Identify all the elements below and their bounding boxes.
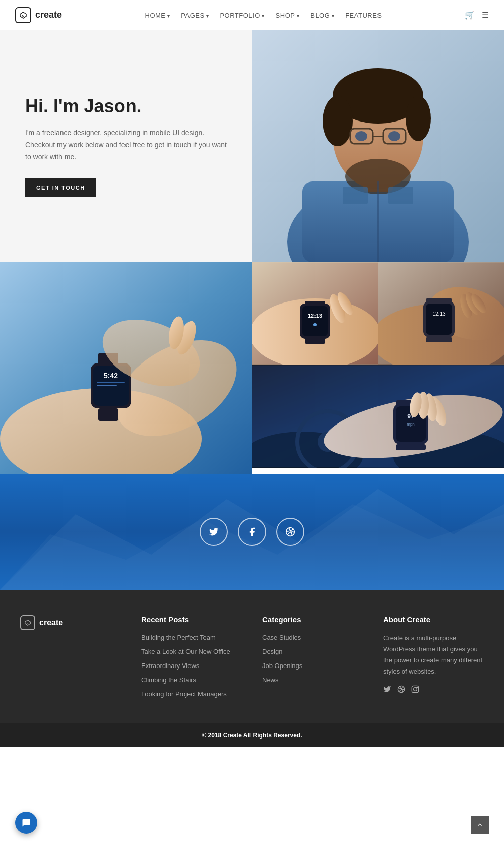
svg-rect-47 [426, 298, 452, 304]
nav-icons: 🛒 ☰ [465, 10, 489, 20]
footer-categories: Categories Case Studies Design Job Openi… [262, 615, 363, 703]
footer-recent-posts: Recent Posts Building the Perfect Team T… [141, 615, 242, 703]
list-item: Case Studies [262, 633, 363, 642]
categories-list: Case Studies Design Job Openings News [262, 633, 363, 684]
list-item: Extraordinary Views [141, 661, 242, 670]
nav-pages[interactable]: PAGES [181, 11, 209, 20]
svg-rect-45 [426, 304, 452, 335]
footer-social-icons [383, 685, 484, 695]
menu-icon[interactable]: ☰ [482, 10, 489, 20]
hero-heading: Hi. I'm Jason. [25, 96, 227, 117]
post-link-4[interactable]: Climbing the Stairs [141, 676, 196, 684]
footer-instagram-icon[interactable] [411, 685, 419, 695]
list-item: Looking for Project Managers [141, 689, 242, 698]
hero-photo [252, 30, 504, 262]
copyright-suffix: All Rights Reserved. [242, 732, 302, 739]
hero-section: Hi. I'm Jason. I'm a freelance designer,… [0, 30, 504, 262]
footer: c create Recent Posts Building the Perfe… [0, 590, 504, 747]
svg-rect-25 [97, 385, 117, 386]
nav-home[interactable]: HOME [145, 11, 170, 20]
nav-features[interactable]: FEATURES [345, 11, 382, 20]
logo-text: create [35, 10, 62, 20]
list-item: Design [262, 647, 363, 656]
dribbble-button[interactable] [276, 518, 304, 546]
post-link-3[interactable]: Extraordinary Views [141, 662, 199, 670]
cat-link-4[interactable]: News [262, 676, 279, 684]
footer-logo-icon: c [20, 615, 35, 630]
list-item: News [262, 675, 363, 684]
portfolio-main-image[interactable]: 5:42 [0, 262, 252, 474]
nav-portfolio[interactable]: PORTFOLIO [220, 11, 264, 20]
footer-copyright: © 2018 Create All Rights Reserved. [0, 723, 504, 747]
nav-links: HOME PAGES PORTFOLIO SHOP BLOG FEATURES [145, 11, 382, 20]
svg-rect-64 [252, 366, 504, 467]
facebook-button[interactable] [238, 518, 266, 546]
svg-rect-37 [305, 301, 325, 306]
svg-point-36 [313, 323, 317, 326]
list-item: Take a Look at Our New Office [141, 647, 242, 656]
svg-rect-48 [426, 337, 452, 342]
svg-point-13 [355, 131, 367, 141]
nav-blog[interactable]: BLOG [310, 11, 334, 20]
footer-dribbble-icon[interactable] [397, 685, 405, 695]
svg-rect-27 [98, 408, 118, 421]
watch-main-svg: 5:42 [0, 262, 252, 474]
recent-posts-list: Building the Perfect Team Take a Look at… [141, 633, 242, 698]
hero-text-panel: Hi. I'm Jason. I'm a freelance designer,… [0, 30, 252, 262]
svg-point-14 [388, 131, 400, 141]
svg-rect-24 [97, 382, 125, 383]
about-text: Create is a multi-purpose WordPress them… [383, 633, 484, 677]
footer-twitter-icon[interactable] [383, 685, 391, 695]
copyright-text: © 2018 [202, 732, 223, 739]
social-section [0, 474, 504, 590]
svg-rect-34 [302, 306, 328, 336]
site-logo[interactable]: c create [15, 7, 62, 23]
post-link-5[interactable]: Looking for Project Managers [141, 690, 227, 698]
list-item: Climbing the Stairs [141, 675, 242, 684]
svg-point-7 [323, 96, 353, 146]
nav-shop[interactable]: SHOP [276, 11, 300, 20]
footer-logo-col: c create [20, 615, 121, 703]
categories-heading: Categories [262, 615, 363, 624]
cat-link-3[interactable]: Job Openings [262, 662, 302, 670]
svg-text:c: c [22, 13, 25, 18]
post-link-2[interactable]: Take a Look at Our New Office [141, 648, 230, 655]
list-item: Building the Perfect Team [141, 633, 242, 642]
social-icons-group [200, 518, 304, 546]
footer-logo-text: create [39, 618, 63, 627]
footer-about: About Create Create is a multi-purpose W… [383, 615, 484, 703]
svg-rect-17 [388, 187, 413, 204]
get-in-touch-button[interactable]: GET IN TOUCH [25, 178, 96, 197]
portfolio-cell-bottom[interactable]: 97 mph [252, 365, 504, 468]
svg-point-8 [406, 96, 431, 141]
svg-text:12:13: 12:13 [308, 313, 322, 319]
footer-grid: c create Recent Posts Building the Perfe… [20, 615, 484, 703]
cat-link-1[interactable]: Case Studies [262, 634, 301, 641]
portfolio-cell-top-right[interactable]: 12:13 [378, 262, 504, 365]
twitter-button[interactable] [200, 518, 228, 546]
navbar: c create HOME PAGES PORTFOLIO SHOP BLOG … [0, 0, 504, 30]
hero-description: I'm a freelance designer, specializing i… [25, 127, 227, 163]
cat-link-2[interactable]: Design [262, 648, 282, 655]
svg-text:c: c [27, 621, 29, 625]
svg-point-75 [414, 688, 417, 691]
post-link-1[interactable]: Building the Perfect Team [141, 634, 216, 641]
logo-icon: c [15, 7, 31, 23]
hero-image [252, 30, 504, 262]
portfolio-cell-top-left[interactable]: 12:13 [252, 262, 378, 365]
svg-rect-38 [305, 339, 325, 344]
about-heading: About Create [383, 615, 484, 624]
portfolio-section: 5:42 [0, 262, 504, 474]
portfolio-right-grid: 12:13 [252, 262, 504, 468]
svg-text:5:42: 5:42 [104, 372, 118, 380]
copyright-brand: Create [223, 732, 242, 739]
svg-text:12:13: 12:13 [432, 311, 445, 317]
list-item: Job Openings [262, 661, 363, 670]
svg-rect-16 [343, 187, 368, 204]
svg-point-76 [417, 687, 418, 688]
recent-posts-heading: Recent Posts [141, 615, 242, 624]
cart-icon[interactable]: 🛒 [465, 10, 475, 20]
footer-logo: c create [20, 615, 121, 630]
